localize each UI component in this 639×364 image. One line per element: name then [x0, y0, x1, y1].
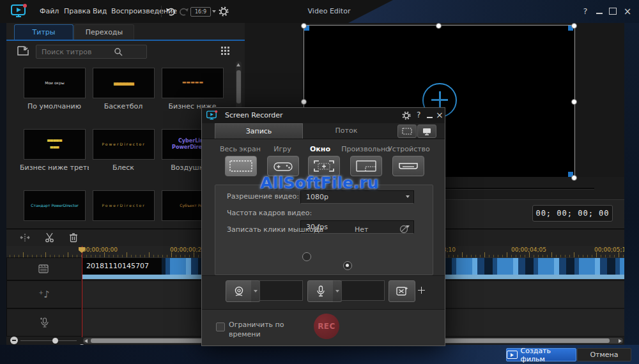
search-icon [114, 47, 123, 56]
resolution-dropdown[interactable]: 1080p [300, 190, 414, 204]
scrollbar-thumb[interactable] [236, 70, 241, 103]
template-label: По умолчанию [20, 102, 89, 110]
dialog-tabs: Запись Поток [202, 123, 445, 139]
mode-device-button[interactable] [392, 156, 424, 176]
app-window: Файл Правка Вид Воспроизведение 16:9 Vid… [0, 0, 639, 364]
rec-button[interactable]: REC [314, 314, 339, 339]
aspect-caret-icon [212, 10, 216, 13]
radio-no[interactable] [343, 261, 352, 270]
header-decoration [348, 0, 639, 23]
resize-handle[interactable] [571, 99, 577, 105]
zoom-slider-track[interactable] [20, 340, 77, 342]
microphone-value-field[interactable] [341, 280, 385, 301]
capture-devices-strip [202, 275, 445, 310]
video-track-header[interactable] [6, 257, 82, 280]
tab-stream[interactable]: Поток [303, 123, 390, 138]
dialog-title: Screen Recorder [225, 111, 283, 119]
time-limit-label: Ограничить по времени [229, 321, 289, 340]
settings-gear-icon[interactable] [219, 6, 229, 17]
scissors-icon[interactable] [45, 232, 55, 243]
produce-icon [507, 351, 518, 359]
app-logo-icon [10, 3, 28, 20]
microphone-button[interactable] [307, 280, 334, 302]
dialog-close-button[interactable]: × [436, 110, 443, 120]
minimize-button[interactable] [596, 13, 603, 14]
webcam-button[interactable] [226, 280, 252, 302]
tab-titles[interactable]: Титры [14, 24, 73, 40]
scroll-right-icon[interactable] [619, 339, 622, 343]
framerate-label: Частота кадров видео: [227, 209, 312, 217]
aspect-ratio-selector[interactable]: 16:9 [190, 7, 211, 17]
menu-file[interactable]: Файл [36, 0, 63, 23]
ruler-timestamp: 00;00;00;00 [82, 246, 118, 253]
top-menubar: Файл Правка Вид Воспроизведение 16:9 Vid… [0, 0, 639, 23]
grid-view-icon[interactable] [221, 47, 231, 56]
undo-button[interactable] [166, 7, 176, 16]
title-template[interactable]: ▄▄▄▄▄▄ [93, 68, 155, 98]
disabled-icon [399, 225, 408, 234]
title-template[interactable]: ▬▬▬▬▬ [162, 68, 224, 98]
ruler-timestamp: 00;00;05;10 [594, 246, 624, 253]
template-label: Бизнес ниже третье... [20, 163, 89, 172]
title-template[interactable]: Мои окры [24, 68, 86, 98]
import-media-button[interactable] [17, 45, 29, 57]
webcam-dropdown[interactable] [251, 280, 260, 302]
effects-button[interactable] [389, 280, 415, 302]
mode-fullscreen-label: Весь экран [211, 145, 270, 153]
dialog-gear-icon[interactable] [402, 111, 411, 120]
zoom-out-button[interactable] [10, 337, 18, 344]
title-template[interactable]: PowerDirector [93, 129, 155, 160]
display-mode-button[interactable] [417, 125, 436, 138]
music-track-header[interactable]: ⁺♪ [6, 280, 82, 308]
bottom-bar: Создать фильм Отмена [0, 345, 639, 364]
playhead-line[interactable] [82, 246, 82, 337]
dialog-minimize-button[interactable] [427, 117, 433, 118]
recorder-logo-icon [206, 110, 219, 121]
microphone-dropdown[interactable] [333, 280, 342, 302]
screen-recorder-dialog: Screen Recorder ? × Запись Поток [201, 107, 445, 346]
close-button[interactable]: × [622, 6, 633, 17]
title-template[interactable]: Стандарт PowerDirector [24, 190, 86, 221]
radio-yes[interactable] [302, 252, 311, 261]
help-button[interactable]: ? [580, 6, 590, 17]
produce-movie-button[interactable]: Создать фильм [506, 348, 576, 361]
window-title: Video Editor [281, 0, 377, 23]
split-clip-icon[interactable] [19, 233, 31, 242]
zoom-slider-handle[interactable] [52, 338, 58, 344]
timecode-display: 00; 00; 00; 00 [532, 205, 613, 222]
webcam-value-field[interactable] [259, 280, 303, 301]
mode-fullscreen-button[interactable] [225, 156, 257, 176]
search-input[interactable] [36, 45, 147, 59]
resolution-label: Разрешение видео: [227, 192, 299, 201]
resize-handle[interactable] [571, 23, 577, 29]
scroll-up-icon[interactable] [236, 63, 240, 66]
dropdown-caret-icon [406, 195, 410, 198]
menubar-divider [161, 6, 162, 17]
fullscreen-mode-button[interactable] [397, 125, 417, 138]
title-template[interactable]: PowerDirector [93, 190, 155, 221]
resize-handle[interactable] [436, 23, 442, 29]
resize-handle[interactable] [571, 175, 577, 181]
right-decoration-band [624, 23, 639, 345]
radio-yes-label: Да [314, 225, 323, 234]
voice-track-header[interactable] [6, 308, 82, 337]
ruler-timestamp: 00;00;04;05 [511, 246, 546, 253]
title-template[interactable]: ▀▀▀▀▀ ▄▄▄ [24, 129, 86, 160]
cancel-button[interactable]: Отмена [577, 348, 631, 361]
resize-handle[interactable] [301, 99, 307, 105]
tab-record[interactable]: Запись [215, 123, 303, 139]
mode-game-label: Игру [268, 145, 296, 153]
mode-device-label: Устройство [386, 145, 432, 153]
time-limit-checkbox[interactable] [216, 322, 225, 331]
resize-handle[interactable] [301, 23, 307, 29]
mode-custom-label: Произвольно [341, 145, 390, 153]
trash-icon[interactable] [69, 232, 78, 243]
record-settings-panel: Разрешение видео: 1080p Частота кадров в… [215, 185, 433, 275]
maximize-button[interactable] [609, 8, 617, 15]
scroll-left-icon[interactable] [84, 339, 88, 343]
add-music-icon: ⁺♪ [38, 289, 50, 300]
dialog-help-button[interactable]: ? [417, 110, 420, 119]
tab-transitions[interactable]: Переходы [74, 24, 134, 40]
add-effect-button[interactable] [418, 287, 425, 294]
redo-button[interactable] [179, 7, 189, 16]
